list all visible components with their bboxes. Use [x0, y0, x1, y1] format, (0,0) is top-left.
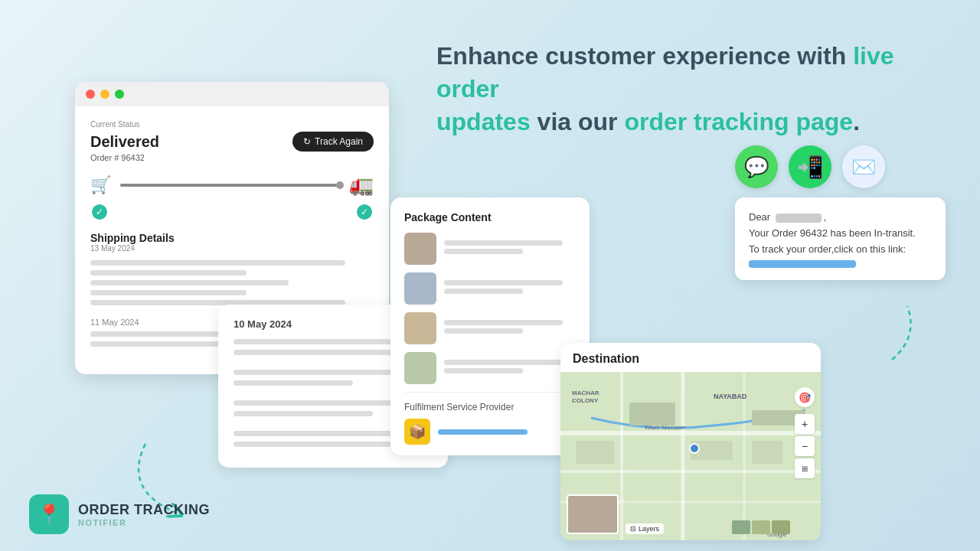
- pkg-line: [444, 240, 563, 246]
- notif-name-blur: [776, 214, 822, 223]
- check-right: ✓: [357, 204, 372, 220]
- svg-point-16: [690, 444, 699, 453]
- sms-icon-circle[interactable]: 💬: [735, 145, 778, 188]
- map-zoom-controls: + − ⊞: [795, 414, 815, 478]
- pkg-item-2: [404, 272, 576, 305]
- window-minimize-dot[interactable]: [100, 90, 109, 99]
- tl-line: [234, 350, 393, 355]
- map-card: Destination MACHAR COLONY NAYABAD: [560, 343, 821, 540]
- hero-section: Enhance customer experience with live or…: [436, 40, 942, 139]
- pkg-line: [444, 289, 523, 294]
- delivered-row: Delivered ↻ Track Again: [90, 132, 374, 152]
- svg-text:NAYABAD: NAYABAD: [714, 393, 747, 400]
- hero-text-normal-2: via our: [531, 108, 625, 135]
- notif-text: Dear , Your Order 96432 has been In-tran…: [749, 210, 932, 268]
- check-left: ✓: [92, 204, 107, 220]
- hero-text-normal: Enhance customer experience with: [436, 42, 853, 70]
- pkg-line: [444, 320, 563, 325]
- brand-badge: 📍 ORDER TRACKING NOTIFIER: [29, 494, 210, 534]
- brand-text: ORDER TRACKING NOTIFIER: [78, 502, 210, 527]
- map-locate-button[interactable]: 🎯: [795, 387, 815, 407]
- pkg-lines-4: [444, 360, 576, 377]
- cart-icon: 🛒: [90, 175, 111, 195]
- svg-text:COLONY: COLONY: [572, 397, 599, 404]
- pkg-item-1: [404, 233, 576, 265]
- provider-bar: [438, 429, 528, 435]
- notif-dear: Dear: [749, 211, 770, 223]
- map-title: Destination: [573, 352, 808, 366]
- progress-dot: [336, 181, 344, 189]
- layers-icon: ⊟: [630, 525, 636, 533]
- brand-subtitle: NOTIFIER: [78, 518, 210, 527]
- hero-heading: Enhance customer experience with live or…: [436, 40, 942, 139]
- checkmarks-row: ✓ ✓: [90, 204, 374, 220]
- pkg-line: [444, 328, 523, 334]
- pkg-item-3: [404, 312, 576, 344]
- shipping-title: Shipping Details: [90, 232, 374, 244]
- notification-icons: 💬 📲 ✉️: [735, 145, 885, 188]
- progress-track: [120, 184, 340, 187]
- whatsapp-icon-circle[interactable]: 📲: [789, 145, 831, 188]
- pin-icon: 📍: [37, 503, 61, 527]
- refresh-icon: ↻: [303, 136, 311, 147]
- map-zoom-in-button[interactable]: +: [795, 414, 815, 434]
- package-title: Package Content: [404, 211, 576, 223]
- svg-text:Wazir Mansion: Wazir Mansion: [645, 424, 685, 431]
- shipping-date: 13 May 2024: [90, 244, 374, 253]
- progress-fill: [120, 184, 340, 187]
- pkg-lines-2: [444, 280, 576, 297]
- map-mini-img-3: [772, 520, 790, 534]
- package-card: Package Content Fulfilment Service Provi…: [390, 197, 590, 455]
- brand-icon: 📍: [29, 494, 69, 534]
- map-header: Destination: [560, 343, 821, 372]
- pkg-line: [444, 280, 563, 285]
- map-zoom-out-button[interactable]: −: [795, 436, 815, 456]
- map-expand-button[interactable]: ⊞: [795, 458, 815, 478]
- provider-bar-wrap: [438, 429, 576, 435]
- track-again-button[interactable]: ↻ Track Again: [292, 132, 374, 152]
- pkg-line: [444, 368, 523, 373]
- pkg-lines-3: [444, 320, 576, 337]
- map-thumbnail: [567, 494, 619, 534]
- hero-highlight-2: updates: [436, 108, 531, 135]
- tl-line: [234, 411, 373, 416]
- tl-line: [234, 442, 393, 447]
- track-again-label: Track Again: [315, 136, 363, 147]
- browser-titlebar: [75, 82, 389, 106]
- truck-icon: 🚛: [349, 173, 374, 197]
- notification-card: Dear , Your Order 96432 has been In-tran…: [735, 197, 946, 280]
- email-icon-circle[interactable]: ✉️: [842, 145, 885, 188]
- fulfillment-section: Fulfilment Service Provider 📦: [404, 392, 576, 445]
- window-maximize-dot[interactable]: [115, 90, 124, 99]
- current-status-label: Current Status: [90, 120, 374, 129]
- tl-line: [234, 380, 353, 386]
- fulfillment-provider: 📦: [404, 419, 576, 445]
- svg-rect-7: [576, 441, 614, 464]
- detail-line: [90, 290, 247, 295]
- svg-rect-11: [752, 441, 782, 464]
- detail-line: [90, 270, 247, 276]
- layers-label: Layers: [639, 525, 659, 533]
- detail-line: [90, 280, 289, 285]
- pkg-image-1: [404, 233, 436, 265]
- map-mini-img-2: [752, 520, 770, 534]
- notif-line2: To track your order,click on this link:: [749, 243, 906, 255]
- sms-icon: 💬: [744, 155, 769, 179]
- provider-logo: 📦: [404, 419, 430, 445]
- pkg-image-2: [404, 272, 436, 305]
- window-close-dot[interactable]: [86, 90, 95, 99]
- progress-area: 🛒 🚛: [90, 173, 374, 197]
- map-mini-images: [732, 520, 790, 534]
- pkg-item-4: [404, 352, 576, 384]
- detail-lines-1: [90, 260, 374, 305]
- detail-line: [90, 260, 345, 266]
- svg-text:MACHAR: MACHAR: [572, 390, 599, 396]
- delivered-title: Delivered: [90, 133, 159, 151]
- map-layers-button[interactable]: ⊟ Layers: [626, 523, 664, 534]
- notif-link: [749, 260, 856, 268]
- whatsapp-icon: 📲: [797, 155, 824, 180]
- svg-rect-8: [629, 403, 675, 425]
- pkg-line: [444, 249, 523, 254]
- pkg-line: [444, 360, 563, 365]
- hero-end: .: [853, 108, 860, 135]
